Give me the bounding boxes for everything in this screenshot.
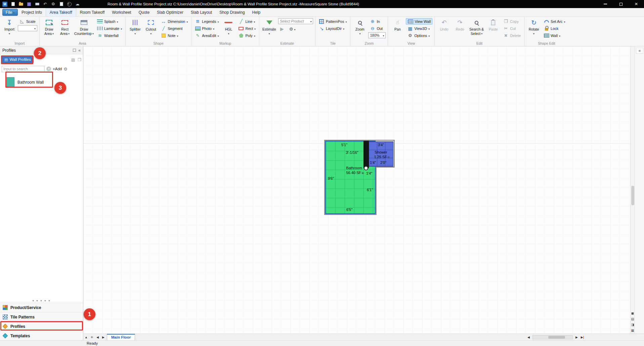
hgl-button[interactable]: HGL bbox=[221, 18, 236, 41]
sidebar-item-tile-patterns[interactable]: Tile Patterns bbox=[0, 312, 83, 321]
sidebar-item-templates[interactable]: Templates bbox=[0, 331, 83, 340]
tab-area-takeoff[interactable]: Area Takeoff bbox=[46, 8, 76, 16]
dimension-button[interactable]: Dimension bbox=[159, 18, 189, 25]
patternpos-button[interactable]: PatternPos bbox=[317, 18, 348, 25]
vertical-scrollbar-thumb[interactable] bbox=[631, 186, 634, 205]
cloud-icon[interactable] bbox=[75, 2, 80, 7]
view-wall-button[interactable]: View Wall bbox=[406, 18, 432, 25]
set-arc-button[interactable]: Set Arc bbox=[542, 18, 566, 25]
bathroom-wall-profile-shape[interactable] bbox=[363, 141, 369, 168]
lock-button[interactable]: Lock bbox=[542, 25, 566, 32]
file-menu-button[interactable]: File bbox=[2, 9, 18, 16]
tab-main-floor[interactable]: Main Floor bbox=[107, 334, 135, 341]
wall-endpoint-handle[interactable] bbox=[364, 166, 368, 170]
scroll-right-icon[interactable]: ▶ bbox=[574, 334, 579, 340]
wall-profiles-selector[interactable]: Wall Profiles bbox=[2, 56, 34, 63]
help-icon[interactable]: ? bbox=[67, 2, 72, 7]
search-input[interactable] bbox=[2, 66, 45, 72]
float-panel-icon[interactable] bbox=[73, 49, 76, 52]
zoom-level-dropdown[interactable]: 180% bbox=[368, 32, 386, 38]
draw-area-button[interactable]: Draw Area bbox=[42, 18, 56, 41]
undo-icon[interactable] bbox=[43, 2, 48, 7]
search-select-button[interactable]: Search & Select bbox=[468, 18, 485, 41]
redo-button[interactable]: Redo bbox=[453, 18, 467, 41]
cutout-button[interactable]: Cutout bbox=[143, 18, 158, 41]
profile-settings-icon[interactable] bbox=[63, 66, 68, 72]
minimize-button[interactable] bbox=[598, 0, 613, 8]
tab-worksheet[interactable]: Worksheet bbox=[108, 8, 135, 16]
profile-list-icon[interactable] bbox=[71, 56, 75, 62]
horizontal-scrollbar-thumb[interactable] bbox=[548, 336, 565, 339]
photo-button[interactable]: Photo bbox=[194, 25, 220, 32]
draw-countertop-button[interactable]: Draw Countertop bbox=[73, 18, 95, 41]
line-button[interactable]: Line bbox=[237, 18, 257, 25]
segment-button[interactable]: Segment bbox=[159, 25, 189, 32]
next-sheet-icon[interactable]: ▶ bbox=[100, 334, 106, 340]
sidebar-item-profiles[interactable]: Profiles bbox=[0, 321, 83, 331]
print-icon[interactable] bbox=[35, 2, 40, 7]
tab-help[interactable]: Help bbox=[249, 8, 264, 16]
layer-half-icon[interactable]: ◨ bbox=[631, 323, 634, 327]
close-button[interactable]: ✕ bbox=[629, 0, 644, 8]
tab-slab-optimizer[interactable]: Slab Optimizer bbox=[153, 8, 187, 16]
tab-shop-drawing[interactable]: Shop Drawing bbox=[216, 8, 248, 16]
run-estimate-icon[interactable] bbox=[280, 26, 284, 32]
layer-rows-icon[interactable]: ▤ bbox=[631, 317, 634, 321]
zoom-button[interactable]: Zoom bbox=[352, 18, 367, 41]
copy-button[interactable]: Copy bbox=[502, 18, 522, 25]
scale-dropdown[interactable] bbox=[18, 25, 37, 31]
new-document-icon[interactable] bbox=[10, 2, 15, 7]
waterfall-button[interactable]: Waterfall bbox=[96, 32, 123, 39]
layer-grid-icon[interactable]: ▦ bbox=[631, 329, 634, 332]
sheet-up-icon[interactable]: ▲ bbox=[83, 334, 89, 340]
select-product-dropdown[interactable]: Select Product bbox=[278, 18, 313, 24]
horizontal-scrollbar[interactable]: ◀ ▶ ▶| bbox=[526, 334, 585, 340]
report-icon[interactable] bbox=[59, 2, 64, 7]
paste-button[interactable]: Paste bbox=[486, 18, 501, 41]
add-sheet-button[interactable]: + bbox=[89, 334, 95, 340]
note-button[interactable]: Note bbox=[159, 32, 189, 39]
layer-solid-icon[interactable]: ◼ bbox=[631, 312, 634, 315]
vertical-scrollbar[interactable]: ◼ ▤ ◨ ▦ bbox=[630, 46, 635, 334]
poly-button[interactable]: Poly bbox=[237, 32, 257, 39]
rotate-button[interactable]: Rotate bbox=[526, 18, 541, 41]
scroll-end-icon[interactable]: ▶| bbox=[579, 334, 585, 340]
scale-button[interactable]: Scale bbox=[18, 18, 37, 25]
splitter-button[interactable]: Splitter bbox=[128, 18, 142, 41]
open-folder-icon[interactable] bbox=[18, 2, 24, 7]
cut-button[interactable]: Cut bbox=[502, 25, 522, 32]
wall-button[interactable]: Wall bbox=[542, 32, 566, 39]
sidebar-item-product-service[interactable]: Product/Service bbox=[0, 303, 83, 312]
list-item-bathroom-wall[interactable]: Bathroom Wall bbox=[4, 75, 79, 89]
settings-icon[interactable] bbox=[51, 2, 56, 7]
add-profile-button[interactable]: +Add bbox=[53, 67, 62, 71]
legends-button[interactable]: Legends bbox=[194, 18, 220, 25]
tab-room-takeoff[interactable]: Room Takeoff bbox=[76, 8, 109, 16]
tab-slab-layout[interactable]: Slab Layout bbox=[187, 8, 216, 16]
rect-button[interactable]: Rect bbox=[237, 25, 257, 32]
zoom-out-button[interactable]: Out bbox=[368, 25, 386, 32]
profile-copy-icon[interactable] bbox=[78, 56, 81, 62]
tab-project-info[interactable]: Project Info bbox=[18, 8, 46, 16]
scroll-left-icon[interactable]: ◀ bbox=[526, 334, 531, 340]
collapse-right-panel-icon[interactable]: « bbox=[636, 48, 643, 54]
clear-search-icon[interactable]: ✕ bbox=[46, 67, 51, 71]
laminate-button[interactable]: Laminate bbox=[96, 25, 123, 32]
prev-sheet-icon[interactable]: ◀ bbox=[95, 334, 100, 340]
maximize-button[interactable] bbox=[613, 0, 629, 8]
save-icon[interactable] bbox=[27, 2, 32, 7]
delete-button[interactable]: Delete bbox=[502, 32, 522, 39]
tab-quote[interactable]: Quote bbox=[135, 8, 153, 16]
estimate-button[interactable]: Estimate bbox=[261, 18, 277, 41]
rect-area-button[interactable]: Rect Area bbox=[57, 18, 72, 41]
import-button[interactable]: Import bbox=[2, 18, 17, 41]
view3d-button[interactable]: View3D bbox=[406, 25, 432, 32]
undo-button[interactable]: Undo bbox=[437, 18, 452, 41]
estimate-settings-button[interactable] bbox=[289, 26, 296, 32]
splash-button[interactable]: Splash bbox=[96, 18, 123, 25]
areaedit-button[interactable]: AreaEdit bbox=[194, 32, 220, 39]
drawing-canvas[interactable]: 5'1" 3'-1/16" 3'4" Shower 1.25 SF 1'4" 2… bbox=[83, 46, 630, 334]
pan-button[interactable]: Pan bbox=[390, 18, 405, 41]
zoom-in-button[interactable]: In bbox=[368, 18, 386, 25]
panel-splitter-handle[interactable]: ● ● ● ● ● bbox=[0, 299, 83, 303]
